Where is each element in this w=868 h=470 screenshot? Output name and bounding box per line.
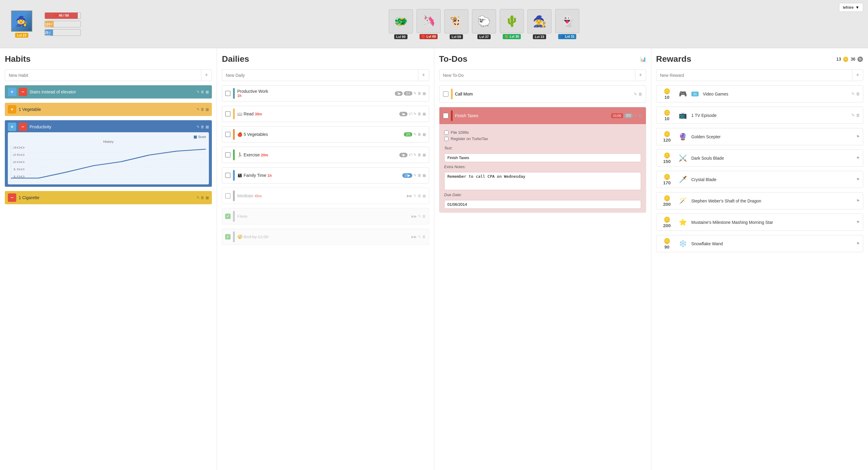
todo-checklist: File 1099s Register on TurboTax <box>444 128 641 144</box>
pencil-icon-meditate[interactable]: ✎ <box>413 194 416 198</box>
pencil-icon-cig[interactable]: ✎ <box>196 195 199 200</box>
x-icon-taxes[interactable]: ✕ <box>634 113 637 118</box>
habit-minus-productivity[interactable]: − <box>19 123 27 131</box>
daily-checkbox-exercise[interactable] <box>225 152 230 158</box>
pencil-icon-vg[interactable]: ✎ <box>851 92 855 96</box>
tag-icon-read[interactable]: 🏷 <box>409 112 412 116</box>
flag-icon-gs[interactable]: ⚑ <box>856 134 860 139</box>
reward-coin-gs: 🪙 <box>664 131 670 137</box>
reward-label-sf: Snowflake Wand <box>691 241 853 246</box>
daily-checkbox-family[interactable] <box>225 173 230 178</box>
flag-icon-sw[interactable]: ⚑ <box>856 198 860 203</box>
trash-icon-family[interactable]: 🗑 <box>418 173 421 178</box>
daily-checkbox-productive-work[interactable] <box>225 91 230 96</box>
pencil-icon[interactable]: ✎ <box>196 90 199 94</box>
bar-icon-veg2[interactable]: ▦ <box>423 132 426 136</box>
rewards-add-input[interactable] <box>656 70 852 80</box>
habit-minus-cigarette[interactable]: − <box>8 193 16 202</box>
todo-check-turbotax: Register on TurboTax <box>444 136 641 141</box>
user-dropdown[interactable]: lefnire ▼ <box>839 3 863 12</box>
flag-icon-cb[interactable]: ⚑ <box>856 177 860 182</box>
pencil-icon-veg[interactable]: ✎ <box>413 132 416 136</box>
pencil-icon-family[interactable]: ✎ <box>413 173 416 178</box>
dailies-add-button[interactable]: + <box>418 70 429 81</box>
avatar: 🧙 <box>11 10 32 32</box>
text-field-input[interactable] <box>444 153 641 162</box>
bar-icon-exercise[interactable]: ▦ <box>423 153 426 157</box>
pencil-icon-veg[interactable]: ✎ <box>196 107 199 112</box>
daily-checkbox-floss[interactable]: ✓ <box>225 214 230 219</box>
svg-text:200: 200 <box>12 160 24 164</box>
rewards-add-row[interactable]: + <box>656 69 863 81</box>
rewards-add-button[interactable]: + <box>852 70 863 81</box>
todo-checkbox-taxes[interactable] <box>443 113 448 118</box>
trash-icon-callmom[interactable]: 🗑 <box>638 92 642 96</box>
daily-checkbox-read[interactable] <box>225 111 230 117</box>
trash-icon-taxes[interactable]: 🗑 <box>638 113 642 118</box>
trash-icon-floss[interactable]: 🗑 <box>422 214 426 218</box>
pencil-icon-tv[interactable]: ✎ <box>851 113 855 118</box>
monster-level-3: Lvl 59 <box>450 34 463 39</box>
pencil-icon-productive[interactable]: ✎ <box>413 91 416 95</box>
habit-plus-stairs[interactable]: + <box>8 88 16 96</box>
notes-field-input[interactable]: Remember to call CPA on Wednesday <box>444 172 641 190</box>
bar-icon-family[interactable]: ▦ <box>423 173 426 178</box>
tag-icon-exercise[interactable]: 🏷 <box>409 153 412 157</box>
bar-icon-veg[interactable]: ▦ <box>206 107 209 112</box>
trash-icon-bed[interactable]: 🗑 <box>422 235 426 239</box>
monster-2: 🦄 🔴 Lvl 69 <box>416 9 441 39</box>
trash-icon-veg2[interactable]: 🗑 <box>418 132 421 136</box>
trash-icon-productive[interactable]: 🗑 <box>418 91 421 95</box>
reward-cost-num-sf: 90 <box>664 244 670 249</box>
flag-icon-ms[interactable]: ⚑ <box>856 220 860 224</box>
trash-icon-tv[interactable]: 🗑 <box>856 113 860 118</box>
streak-badge-read: 1▶ <box>399 112 407 116</box>
pencil-icon-exercise[interactable]: ✎ <box>413 153 416 157</box>
daily-checkbox-meditate[interactable] <box>225 193 230 198</box>
bar-icon-cig[interactable]: ▦ <box>206 195 209 200</box>
pencil-icon-bed[interactable]: ✎ <box>418 235 421 239</box>
trash-icon-cig[interactable]: 🗑 <box>201 195 204 200</box>
bar-icon-productive[interactable]: ▦ <box>423 91 426 95</box>
flag-icon-dsb[interactable]: ⚑ <box>856 156 860 160</box>
pencil-icon-callmom[interactable]: ✎ <box>634 92 637 96</box>
trash-icon[interactable]: 🗑 <box>201 90 204 94</box>
habits-add-button[interactable]: + <box>201 70 212 81</box>
stats-icon[interactable]: 📊 <box>640 56 646 62</box>
dailies-add-row[interactable]: + <box>222 69 429 81</box>
monster-level-5: 🟢 Lvl 35 <box>503 34 521 39</box>
pencil-icon-floss[interactable]: ✎ <box>418 214 421 218</box>
todos-add-row[interactable]: + <box>439 69 646 81</box>
trash-icon-meditate[interactable]: 🗑 <box>418 194 421 198</box>
trash-icon-exercise[interactable]: 🗑 <box>418 153 421 157</box>
habit-plus-productivity[interactable]: + <box>8 123 16 131</box>
trash-icon-veg[interactable]: 🗑 <box>201 107 204 112</box>
trash-icon-read[interactable]: 🗑 <box>418 112 421 116</box>
todo-checkbox-callmom[interactable] <box>443 91 448 97</box>
habit-minus-stairs[interactable]: − <box>19 88 27 96</box>
habit-plus-vegetable[interactable]: + <box>8 105 16 114</box>
due-date-input[interactable] <box>444 200 641 209</box>
pencil-icon-prod[interactable]: ✎ <box>196 125 199 129</box>
daily-color-bed <box>233 231 235 242</box>
bar-icon-read[interactable]: ▦ <box>423 112 426 116</box>
dailies-add-input[interactable] <box>222 70 418 80</box>
todos-title: To-Dos <box>439 54 467 64</box>
streak-badge-family: 10▶ <box>402 173 412 178</box>
habits-add-input[interactable] <box>5 70 201 80</box>
trash-icon-vgr[interactable]: 🗑 <box>856 92 860 96</box>
trash-icon-prod[interactable]: 🗑 <box>201 125 204 129</box>
bar-icon-meditate[interactable]: ▦ <box>423 194 426 198</box>
pencil-icon-read[interactable]: ✎ <box>413 112 416 116</box>
habits-add-row[interactable]: + <box>5 69 212 81</box>
daily-checkbox-vegetables[interactable] <box>225 132 230 137</box>
bar-icon-prod[interactable]: ▦ <box>206 125 209 129</box>
bar-icon[interactable]: ▦ <box>206 90 209 94</box>
daily-checkbox-bed[interactable]: ✓ <box>225 234 230 240</box>
checkbox-turbotax[interactable] <box>444 137 448 141</box>
todos-add-button[interactable]: + <box>635 70 646 81</box>
flag-icon-sf[interactable]: ⚑ <box>856 241 860 246</box>
top-right-user[interactable]: lefnire ▼ <box>839 3 863 12</box>
checkbox-1099s[interactable] <box>444 130 448 135</box>
todos-add-input[interactable] <box>439 70 635 80</box>
